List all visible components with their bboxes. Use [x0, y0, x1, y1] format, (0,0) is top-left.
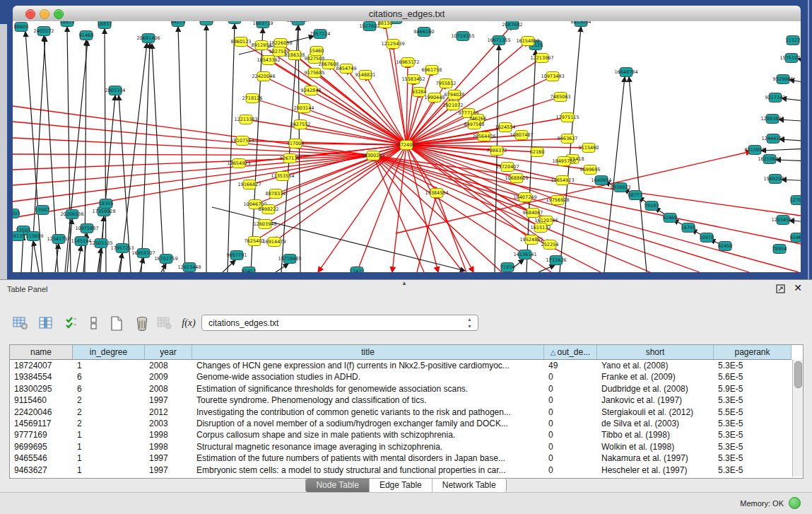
graph-node[interactable]: 7625402: [245, 237, 265, 246]
graph-node[interactable]: 15692931: [763, 175, 787, 184]
table-row[interactable]: 911546021997Tourette syndrome. Phenomeno…: [10, 395, 792, 406]
graph-node[interactable]: 19384554: [425, 189, 448, 198]
close-panel-icon[interactable]: ✕: [794, 282, 802, 293]
graph-node[interactable]: 9684067: [523, 209, 543, 218]
graph-node[interactable]: 12093832: [760, 115, 784, 124]
graph-node[interactable]: 10973493: [541, 72, 564, 81]
column-header-name[interactable]: name: [10, 345, 73, 360]
graph-node[interactable]: 15460: [310, 47, 324, 56]
graph-node[interactable]: 20206536: [60, 210, 83, 219]
column-header-short[interactable]: short: [597, 345, 714, 360]
graph-node[interactable]: 9329966: [773, 75, 794, 84]
float-panel-icon[interactable]: [776, 284, 785, 293]
table-row[interactable]: 946362711997Embryonic stem cells: a mode…: [10, 465, 792, 476]
table-vertical-scrollbar[interactable]: [792, 360, 803, 477]
panel-divider-handle[interactable]: ▲: [401, 280, 407, 286]
graph-node[interactable]: 10688609: [505, 174, 528, 183]
column-selector-icon[interactable]: [35, 313, 57, 334]
column-header-in_degree[interactable]: in_degree: [73, 345, 145, 360]
table-row[interactable]: 1938455462009Genome-wide association stu…: [10, 371, 792, 382]
graph-node[interactable]: 2087682: [502, 21, 523, 30]
graph-node[interactable]: 6961758: [422, 66, 442, 75]
graph-node[interactable]: 8498222: [259, 205, 279, 214]
graph-node[interactable]: 62160: [530, 148, 545, 157]
network-canvas-area[interactable]: 8860524055721881391468168372069140684275…: [13, 21, 801, 272]
column-header-pagerank[interactable]: pagerank: [714, 345, 792, 360]
graph-node[interactable]: 8427552: [290, 120, 311, 129]
graph-node[interactable]: 9242848: [301, 86, 322, 95]
checkbox-list-icon[interactable]: [83, 313, 105, 334]
graph-node[interactable]: 11122: [786, 36, 801, 45]
graph-node[interactable]: 6497568: [464, 120, 485, 129]
graph-node[interactable]: 17975115: [555, 113, 579, 122]
graph-node[interactable]: 12213967: [530, 54, 553, 63]
graph-node[interactable]: 9657791: [227, 251, 247, 260]
graph-node[interactable]: 19524851: [519, 235, 543, 245]
graph-node[interactable]: 1145194: [71, 237, 92, 246]
graph-node[interactable]: 20203: [13, 209, 20, 218]
graph-node[interactable]: 8813054: [571, 21, 592, 27]
graph-node[interactable]: 13507: [35, 206, 50, 215]
graph-node[interactable]: 10978: [700, 233, 714, 243]
graph-node[interactable]: 22420046: [252, 72, 275, 81]
graph-node[interactable]: 1527602: [360, 22, 380, 31]
tab-edge-table[interactable]: Edge Table: [370, 479, 433, 492]
graph-node[interactable]: 12213383: [234, 115, 257, 124]
graph-node[interactable]: 8454749: [336, 64, 357, 74]
graph-node[interactable]: 20691406: [136, 34, 160, 43]
graph-node[interactable]: 71834: [500, 263, 515, 272]
graph-node[interactable]: 78954: [772, 245, 787, 254]
graph-node[interactable]: 93451: [242, 267, 257, 273]
graph-node[interactable]: 68773: [628, 191, 643, 200]
function-builder-icon[interactable]: f(x): [178, 313, 199, 334]
table-body[interactable]: 1872400712008Changes of HCN gene express…: [10, 360, 792, 476]
graph-node[interactable]: 16914479: [262, 238, 286, 247]
graph-node[interactable]: 9115460: [579, 144, 599, 153]
column-header-year[interactable]: year: [145, 345, 192, 360]
graph-node[interactable]: 12432: [350, 267, 365, 273]
graph-node[interactable]: 10543392: [257, 56, 280, 65]
graph-node[interactable]: 1921072: [443, 101, 464, 110]
table-row[interactable]: 969969511998Structural magnetic resonanc…: [10, 441, 792, 452]
graph-node[interactable]: 16837: [98, 21, 112, 29]
graph-node[interactable]: 20564436: [472, 132, 495, 141]
graph-node[interactable]: 12444158: [761, 134, 784, 144]
graph-node[interactable]: 7485063: [551, 93, 571, 102]
graph-node[interactable]: 15583452: [401, 75, 425, 84]
graph-node[interactable]: 84275: [171, 21, 186, 27]
table-row[interactable]: 2242004622012Investigating the contribut…: [10, 407, 792, 418]
graph-node[interactable]: 10807487: [510, 131, 533, 140]
graph-node[interactable]: 7955812: [436, 79, 457, 88]
tab-node-table[interactable]: Node Table: [306, 479, 370, 492]
graph-node[interactable]: 10975887: [75, 224, 98, 233]
graph-node[interactable]: 11353554: [271, 172, 294, 181]
graph-node[interactable]: 16745: [681, 223, 696, 233]
graph-node[interactable]: 8878334: [266, 189, 286, 199]
graph-node[interactable]: 9699695: [580, 165, 601, 175]
graph-node[interactable]: 8466160: [414, 28, 435, 37]
graph-node[interactable]: 16963172: [396, 58, 419, 67]
graph-node[interactable]: 12923448: [177, 263, 201, 272]
graph-node[interactable]: 2805334: [105, 86, 126, 95]
graph-node[interactable]: 14136141: [513, 250, 536, 259]
graph-node[interactable]: 12125439: [381, 40, 404, 49]
network-window-titlebar[interactable]: citations_edges.txt: [13, 6, 801, 22]
graph-node[interactable]: 2405572: [34, 27, 54, 36]
graph-node[interactable]: 18355: [99, 199, 114, 209]
delete-trash-icon[interactable]: [131, 313, 153, 334]
graph-node[interactable]: 1683719: [253, 21, 273, 28]
graph-node[interactable]: 16958107: [131, 249, 155, 258]
graph-node[interactable]: 12703: [790, 196, 801, 205]
graph-node[interactable]: 1733426: [546, 256, 567, 265]
graph-node[interactable]: 88130: [378, 21, 393, 28]
graph-node[interactable]: 1615132: [531, 223, 551, 233]
graph-node[interactable]: 92463: [790, 233, 801, 243]
graph-node[interactable]: 12342757: [47, 235, 70, 244]
graph-node[interactable]: 12034559: [771, 216, 794, 225]
table-settings-icon[interactable]: [10, 313, 31, 334]
graph-node[interactable]: 1624554: [495, 123, 516, 132]
graph-node[interactable]: 1990448: [425, 93, 445, 103]
graph-node[interactable]: 417004: [287, 139, 305, 148]
graph-node[interactable]: 92468: [663, 214, 678, 223]
graph-node[interactable]: 8186328: [285, 51, 305, 60]
